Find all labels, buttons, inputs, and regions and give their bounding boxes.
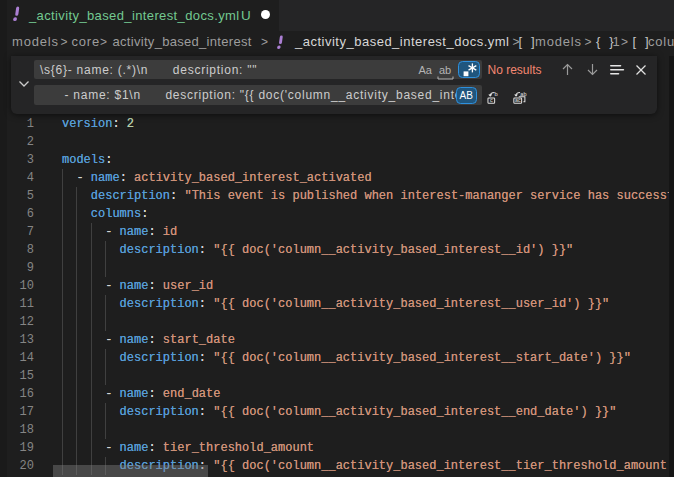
svg-text:c: c: [490, 97, 493, 103]
svg-text:ac: ac: [515, 97, 521, 103]
svg-text:b: b: [495, 91, 498, 97]
svg-text:ab: ab: [520, 91, 526, 97]
